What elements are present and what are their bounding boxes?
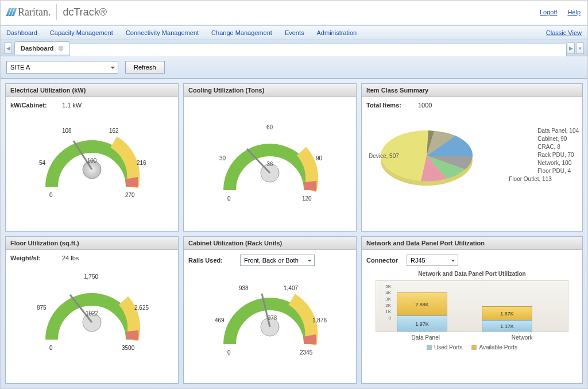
tab-row: ◀ Dashboard ⊗ ▶ ▾ (1, 40, 587, 56)
gauge-cabinet: 978 0 469 938 1,407 1,876 2345 (188, 269, 351, 361)
metric-value: 24 lbs (62, 255, 79, 261)
bar-avail: 2.88K (397, 292, 447, 315)
svg-text:60: 60 (266, 124, 273, 130)
filter-bar: SITE A Refresh (1, 56, 587, 79)
legend-item: Cabinet, 90 (537, 136, 579, 142)
svg-text:1,876: 1,876 (312, 317, 327, 323)
raritan-logo: Raritan. (7, 6, 51, 18)
legend-item: CRAC, 8 (537, 144, 579, 150)
svg-text:108: 108 (62, 128, 72, 134)
gauge-electrical: 100 0 54 108 162 216 270 (10, 112, 173, 204)
nav-connectivity[interactable]: Connectivity Management (126, 29, 199, 36)
gauge-floor: 1022 0 875 1,750 2,625 3500 (10, 265, 173, 357)
classic-view-link[interactable]: Classic View (546, 29, 582, 36)
bar-data-panel: 2.88K 1.97K (397, 292, 447, 332)
refresh-button[interactable]: Refresh (125, 61, 165, 74)
metric-label: kW/Cabinet: (10, 102, 56, 109)
nav-change[interactable]: Change Management (211, 29, 272, 36)
svg-text:0: 0 (49, 345, 53, 351)
svg-text:0: 0 (49, 192, 53, 198)
bar-legend: Used Ports Available Ports (366, 344, 578, 351)
help-link[interactable]: Help (567, 9, 581, 16)
svg-text:120: 120 (302, 195, 312, 202)
logoff-link[interactable]: Logoff (540, 9, 557, 16)
port-bar-chart: Network and Data Panel Port Utilization … (366, 271, 578, 351)
total-label: Total Items: (366, 102, 412, 109)
connector-label: Connector (366, 257, 401, 264)
site-select[interactable]: SITE A (6, 61, 118, 74)
panel-title: Electrical Utilization (kW) (6, 84, 178, 97)
svg-text:938: 938 (239, 285, 249, 291)
brand-product: dcTrack® (63, 6, 107, 18)
bar-avail: 1.67K (482, 306, 532, 320)
panel-title: Floor Utilization (sq.ft.) (6, 237, 178, 250)
panel-ports: Network and Data Panel Port Utilization … (361, 236, 583, 384)
legend-available: Available Ports (479, 344, 517, 351)
panel-title: Item Class Summary (362, 84, 582, 97)
svg-text:270: 270 (125, 192, 135, 198)
top-links: Logoff Help (540, 9, 581, 16)
pie-legend: Data Panel, 104 Cabinet, 90 CRAC, 8 Rack… (537, 126, 579, 184)
svg-text:469: 469 (215, 317, 225, 323)
legend-used: Used Ports (434, 344, 462, 351)
svg-text:0: 0 (227, 195, 231, 202)
total-value: 1000 (418, 102, 432, 109)
svg-text:2,625: 2,625 (134, 305, 149, 311)
tab-scroll-right-icon[interactable]: ▶ (567, 43, 575, 54)
nav-capacity[interactable]: Capacity Management (50, 29, 113, 36)
chart-title: Network and Data Panel Port Utilization (366, 271, 578, 277)
tab-menu-icon[interactable]: ▾ (576, 43, 584, 54)
connector-select[interactable]: RJ45 (407, 255, 458, 266)
nav-links: Dashboard Capacity Management Connectivi… (6, 29, 357, 36)
svg-text:978: 978 (268, 315, 277, 321)
svg-text:162: 162 (109, 128, 119, 134)
svg-text:54: 54 (39, 160, 46, 166)
svg-text:1,750: 1,750 (84, 274, 98, 280)
svg-text:0: 0 (227, 349, 231, 356)
tab-spacer (70, 44, 567, 56)
nav-events[interactable]: Events (285, 29, 304, 36)
pie-chart: Device, 507 (366, 114, 487, 202)
bar-network: 1.67K 1.37K (482, 306, 532, 332)
nav-dashboard[interactable]: Dashboard (6, 29, 37, 36)
tab-scroll-left-icon[interactable]: ◀ (4, 43, 12, 54)
svg-text:90: 90 (316, 155, 323, 161)
tab-label: Dashboard (21, 45, 53, 52)
y-axis: 5K4K3K2K1K0 (377, 283, 391, 321)
svg-text:100: 100 (87, 157, 97, 164)
dashboard-grid: Electrical Utilization (kW) kW/Cabinet: … (1, 79, 587, 388)
panel-electrical: Electrical Utilization (kW) kW/Cabinet: … (5, 83, 179, 232)
tab-dashboard[interactable]: Dashboard ⊗ (14, 41, 70, 55)
panel-title: Cooling Utilization (Tons) (184, 84, 356, 97)
legend-item: Rack PDU, 70 (537, 152, 579, 158)
panel-cabinet: Cabinet Utilization (Rack Units) Rails U… (183, 236, 357, 384)
legend-item: Floor PDU, 4 (537, 168, 579, 174)
raritan-logo-icon (7, 8, 16, 16)
rails-select[interactable]: Front, Back or Both (240, 255, 315, 266)
gauge-cooling: 36 0 30 60 90 120 (188, 115, 351, 207)
top-bar: Raritan. dcTrack® Logoff Help (1, 1, 587, 25)
panel-item-class: Item Class Summary Total Items: 1000 (361, 83, 583, 232)
panel-floor: Floor Utilization (sq.ft.) Weight/sf: 24… (5, 236, 179, 384)
svg-text:216: 216 (137, 160, 146, 166)
brand-company: Raritan. (18, 6, 51, 18)
legend-item: Floor Outlet, 113 (509, 176, 579, 182)
legend-item: Data Panel, 104 (537, 128, 579, 134)
nav-admin[interactable]: Administration (317, 29, 357, 36)
metric-value: 1.1 kW (62, 102, 82, 109)
bar-used: 1.37K (482, 320, 532, 332)
metric-label: Weight/sf: (10, 255, 56, 261)
svg-text:875: 875 (37, 305, 47, 311)
rails-label: Rails Used: (188, 257, 234, 264)
tab-close-icon[interactable]: ⊗ (58, 44, 64, 52)
svg-text:1022: 1022 (86, 310, 99, 317)
panel-title: Network and Data Panel Port Utilization (362, 237, 582, 250)
legend-item: Network, 100 (537, 160, 579, 166)
svg-text:Device, 507: Device, 507 (369, 153, 399, 159)
x-label: Data Panel (411, 334, 439, 341)
bar-used: 1.97K (397, 315, 447, 332)
panel-cooling: Cooling Utilization (Tons) 36 0 30 60 90 (183, 83, 357, 232)
x-label: Network (512, 334, 533, 341)
svg-text:1,407: 1,407 (284, 285, 298, 291)
panel-title: Cabinet Utilization (Rack Units) (184, 237, 356, 250)
